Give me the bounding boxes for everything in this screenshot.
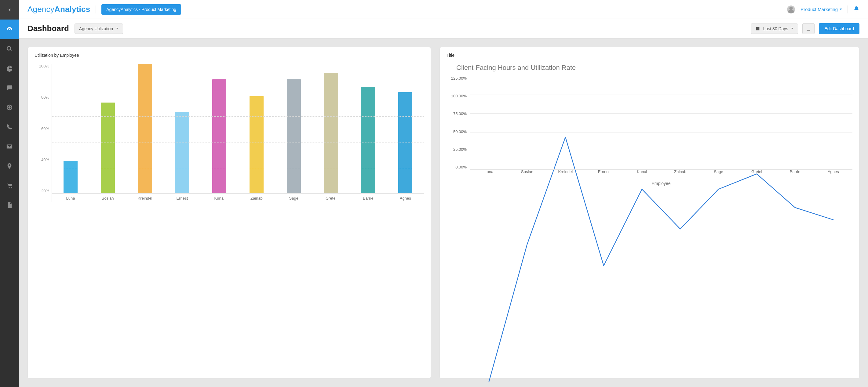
bar (52, 64, 89, 193)
sidebar-collapse-button[interactable] (0, 0, 19, 20)
chevron-down-icon (840, 8, 842, 10)
target-icon (6, 104, 13, 111)
line-chart-x-axis: LunaSoslanKreindelErnestKunalZainabSageG… (470, 169, 852, 179)
card-title: Title (446, 53, 852, 58)
user-menu-label: Product Marketing (801, 7, 838, 12)
bar (350, 64, 387, 193)
bar-chart-x-tick: Kunal (201, 193, 238, 202)
chevron-left-icon (6, 6, 13, 13)
bar (201, 64, 238, 193)
pie-chart-icon (6, 65, 13, 72)
date-range-selector[interactable]: Last 30 Days (751, 24, 798, 34)
line-chart-x-tick: Zainab (661, 169, 700, 179)
line-chart-x-tick: Kunal (623, 169, 661, 179)
line-chart: 125.00%100.00%75.00%50.00%25.00%0.00% Lu… (446, 76, 852, 186)
sidebar-item-analytics[interactable] (0, 59, 19, 78)
bar (387, 64, 424, 193)
line-chart-xlabel: Employee (470, 181, 852, 186)
line-chart-plot: LunaSoslanKreindelErnestKunalZainabSageG… (470, 76, 852, 186)
bar-chart-x-axis: LunaSoslanKreindelErnestKunalZainabSageG… (52, 193, 424, 202)
page-title: Dashboard (28, 24, 69, 33)
caret-down-icon (116, 28, 119, 29)
map-pin-icon (6, 163, 13, 169)
cart-icon (6, 182, 13, 189)
bar (163, 64, 201, 193)
content: Utilization by Employee 100%80%60%40%20%… (19, 38, 868, 387)
main: AgencyAnalytics AgencyAnalytics - Produc… (19, 0, 868, 387)
line-chart-x-tick: Barrie (776, 169, 814, 179)
user-menu[interactable]: Product Marketing (801, 7, 842, 12)
bar-chart-x-tick: Zainab (238, 193, 275, 202)
bar-chart: 100%80%60%40%20% LunaSoslanKreindelErnes… (34, 62, 424, 202)
bar-chart-plot: LunaSoslanKreindelErnestKunalZainabSageG… (52, 64, 424, 202)
view-selector-label: Agency Utilization (79, 26, 113, 31)
sidebar-item-email[interactable] (0, 137, 19, 156)
bar (275, 64, 312, 193)
line-chart-x-tick: Soslan (508, 169, 546, 179)
search-icon (6, 45, 13, 52)
sidebar-item-ecommerce[interactable] (0, 176, 19, 195)
bar (238, 64, 275, 193)
line-chart-x-tick: Ernest (585, 169, 623, 179)
divider (96, 5, 96, 13)
divider (847, 5, 848, 13)
brand-part2: Analytics (54, 5, 90, 14)
bar-chart-y-axis: 100%80%60%40%20% (34, 64, 52, 202)
card-utilization-by-employee: Utilization by Employee 100%80%60%40%20%… (28, 47, 431, 379)
calendar-icon (755, 26, 760, 31)
edit-dashboard-button[interactable]: Edit Dashboard (819, 23, 860, 34)
sidebar-item-local[interactable] (0, 156, 19, 176)
line-chart-x-tick: Kreindel (547, 169, 585, 179)
chat-icon (6, 85, 13, 91)
sidebar-item-messages[interactable] (0, 78, 19, 98)
bar-chart-x-tick: Sage (275, 193, 312, 202)
sidebar (0, 0, 19, 387)
topbar-right: Product Marketing (787, 5, 860, 13)
line-chart-x-tick: Agnes (814, 169, 852, 179)
sidebar-item-calls[interactable] (0, 117, 19, 137)
caret-down-icon (791, 28, 794, 29)
bell-icon (853, 6, 860, 12)
download-button[interactable] (802, 23, 814, 34)
view-selector[interactable]: Agency Utilization (74, 24, 123, 34)
bar (89, 64, 126, 193)
bar-chart-x-tick: Kreindel (126, 193, 164, 202)
line-chart-x-tick: Sage (700, 169, 738, 179)
line-chart-x-tick: Luna (470, 169, 508, 179)
bar-chart-x-tick: Barrie (350, 193, 387, 202)
avatar[interactable] (787, 5, 795, 13)
brand-logo[interactable]: AgencyAnalytics (28, 5, 90, 14)
envelope-icon (6, 143, 13, 150)
date-range-label: Last 30 Days (763, 26, 788, 31)
bar-chart-x-tick: Agnes (387, 193, 424, 202)
line-chart-title: Client-Facing Hours and Utilization Rate (456, 64, 852, 72)
line-chart-y-axis: 125.00%100.00%75.00%50.00%25.00%0.00% (446, 76, 470, 186)
bar (126, 64, 164, 193)
document-icon (6, 202, 13, 208)
download-icon (806, 26, 811, 31)
sidebar-item-reports[interactable] (0, 195, 19, 215)
line-chart-x-tick: Gretel (738, 169, 776, 179)
topbar: AgencyAnalytics AgencyAnalytics - Produc… (19, 0, 868, 19)
card-title: Utilization by Employee (34, 53, 424, 58)
notifications-button[interactable] (853, 6, 860, 13)
sidebar-item-goals[interactable] (0, 98, 19, 117)
bar-chart-x-tick: Gretel (312, 193, 350, 202)
sidebar-item-search[interactable] (0, 39, 19, 59)
bar-chart-x-tick: Ernest (163, 193, 201, 202)
campaign-select-button[interactable]: AgencyAnalytics - Product Marketing (101, 4, 181, 14)
page-header-right: Last 30 Days Edit Dashboard (751, 23, 860, 34)
bar-chart-x-tick: Soslan (89, 193, 126, 202)
page-header: Dashboard Agency Utilization Last 30 Day… (19, 19, 868, 38)
brand-part1: Agency (28, 5, 54, 14)
gauge-icon (6, 26, 13, 33)
bar (312, 64, 350, 193)
bar-chart-x-tick: Luna (52, 193, 89, 202)
card-client-facing-hours: Title Client-Facing Hours and Utilizatio… (439, 47, 860, 379)
sidebar-item-dashboard[interactable] (0, 20, 19, 39)
phone-icon (6, 124, 13, 130)
